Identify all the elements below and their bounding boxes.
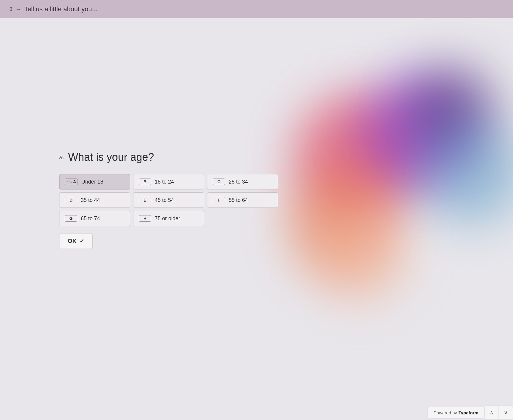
key-badge-b: B	[139, 179, 151, 185]
powered-by: Powered by Typeform	[428, 407, 485, 419]
options-row-1: Key A Under 18 B 18 to 24 C 25 to 34	[59, 174, 278, 189]
question-section: a. What is your age? Key A Under 18 B 18…	[59, 151, 278, 249]
option-d[interactable]: D 35 to 44	[59, 192, 130, 208]
step-number: 3	[9, 6, 12, 12]
key-letter-f: F	[218, 198, 220, 202]
nav-down-button[interactable]: ∨	[499, 406, 513, 420]
option-a[interactable]: Key A Under 18	[59, 174, 130, 189]
header-bar: 3 → Tell us a little about you...	[0, 0, 513, 18]
header-step: 3 → Tell us a little about you...	[9, 5, 97, 13]
option-h[interactable]: H 75 or older	[133, 211, 204, 226]
key-letter-a: A	[73, 179, 76, 184]
option-e[interactable]: E 45 to 54	[133, 192, 204, 208]
key-badge-f: F	[213, 197, 225, 203]
option-c[interactable]: C 25 to 34	[207, 174, 278, 189]
key-badge-c: C	[213, 179, 225, 185]
option-g[interactable]: G 65 to 74	[59, 211, 130, 226]
question-prefix: a.	[59, 153, 64, 161]
key-letter-g: G	[70, 216, 73, 221]
key-letter-d: D	[70, 198, 72, 202]
options-row-2: D 35 to 44 E 45 to 54 F 55 to 64	[59, 192, 278, 208]
option-f-text: 55 to 64	[229, 197, 248, 203]
option-b[interactable]: B 18 to 24	[133, 174, 204, 189]
key-letter-c: C	[217, 179, 220, 184]
key-letter-b: B	[143, 179, 146, 184]
option-a-text: Under 18	[81, 179, 103, 185]
option-h-text: 75 or older	[155, 215, 180, 222]
question-text: What is your age?	[68, 151, 154, 163]
step-arrow-icon: →	[15, 6, 21, 13]
option-d-text: 35 to 44	[81, 197, 100, 203]
ok-checkmark-icon: ✓	[80, 238, 84, 244]
option-e-text: 45 to 54	[155, 197, 174, 203]
key-badge-a: Key A	[65, 179, 78, 185]
key-badge-e: E	[139, 197, 151, 203]
step-title: Tell us a little about you...	[24, 5, 97, 13]
powered-by-text: Powered by	[434, 410, 457, 415]
chevron-up-icon: ∧	[490, 409, 493, 416]
option-g-text: 65 to 74	[81, 215, 100, 222]
option-b-text: 18 to 24	[155, 179, 174, 185]
key-letter-h: H	[143, 216, 146, 221]
option-f[interactable]: F 55 to 64	[207, 192, 278, 208]
key-badge-g: G	[65, 215, 77, 222]
key-badge-d: D	[65, 197, 77, 203]
ok-button[interactable]: OK ✓	[59, 233, 93, 249]
main-content: a. What is your age? Key A Under 18 B 18…	[0, 18, 513, 405]
footer: Powered by Typeform ∧ ∨	[428, 405, 513, 420]
key-label-a: Key	[67, 180, 72, 184]
options-row-3: G 65 to 74 H 75 or older	[59, 211, 278, 226]
nav-up-button[interactable]: ∧	[485, 406, 499, 420]
ok-label: OK	[68, 238, 77, 244]
chevron-down-icon: ∨	[504, 409, 508, 416]
question-label: a. What is your age?	[59, 151, 278, 163]
key-letter-e: E	[143, 198, 146, 202]
typeform-brand: Typeform	[459, 410, 478, 415]
option-c-text: 25 to 34	[229, 179, 248, 185]
key-badge-h: H	[139, 215, 151, 222]
